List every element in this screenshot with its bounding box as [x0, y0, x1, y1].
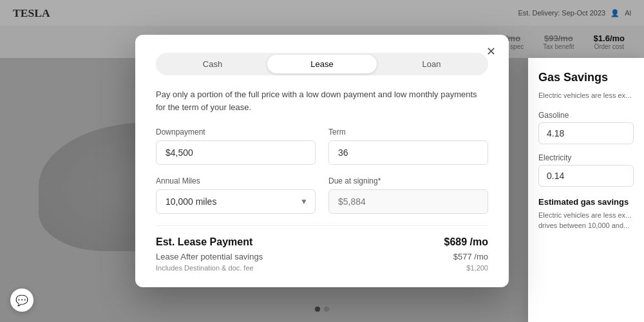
- tab-cash[interactable]: Cash: [158, 55, 267, 73]
- annual-miles-label: Annual Miles: [156, 176, 316, 185]
- includes-row: Includes Destination & doc. fee $1,200: [156, 264, 488, 272]
- lease-description: Pay only a portion of the full price wit…: [156, 88, 488, 113]
- est-payment-section: Est. Lease Payment $689 /mo Lease After …: [156, 225, 488, 272]
- form-row-1: Downpayment Term: [156, 128, 488, 165]
- includes-label: Includes Destination & doc. fee: [156, 264, 254, 272]
- gasoline-section: Gasoline 4.18: [538, 111, 634, 144]
- gasoline-label: Gasoline: [538, 111, 634, 120]
- gas-title: Gas Savings: [538, 71, 634, 84]
- est-payment-row: Est. Lease Payment $689 /mo: [156, 236, 488, 248]
- form-row-2: Annual Miles 10,000 miles 12,000 miles 1…: [156, 176, 488, 214]
- estimated-savings-desc: Electric vehicles are less ex... drives …: [538, 211, 634, 231]
- due-signing-input[interactable]: [328, 189, 488, 214]
- gas-savings-panel: Gas Savings Electric vehicles are less e…: [528, 58, 644, 322]
- gas-subtitle: Electric vehicles are less ex...: [538, 91, 634, 100]
- tab-lease[interactable]: Lease: [267, 55, 377, 73]
- electricity-value: 0.14: [538, 165, 634, 187]
- term-label: Term: [328, 128, 488, 137]
- due-signing-group: Due at signing*: [328, 176, 488, 214]
- electricity-section: Electricity 0.14: [538, 153, 634, 187]
- annual-miles-select-wrapper: 10,000 miles 12,000 miles 15,000 miles ▼: [156, 189, 316, 214]
- lease-modal: ✕ Cash Lease Loan Pay only a portion of …: [135, 35, 509, 287]
- est-payment-label: Est. Lease Payment: [156, 236, 252, 248]
- savings-row: Lease After potential savings $577 /mo: [156, 252, 488, 261]
- due-signing-label: Due at signing*: [328, 176, 488, 185]
- est-payment-value: $689 /mo: [444, 236, 488, 248]
- term-input[interactable]: [328, 140, 488, 165]
- downpayment-input[interactable]: [156, 140, 316, 165]
- downpayment-label: Downpayment: [156, 128, 316, 137]
- chat-button[interactable]: 💬: [10, 289, 33, 312]
- savings-label: Lease After potential savings: [156, 252, 263, 261]
- gasoline-value: 4.18: [538, 122, 634, 144]
- annual-miles-select[interactable]: 10,000 miles 12,000 miles 15,000 miles: [156, 189, 316, 214]
- estimated-savings-label: Estimated gas savings: [538, 197, 634, 207]
- downpayment-group: Downpayment: [156, 128, 316, 165]
- term-group: Term: [328, 128, 488, 165]
- includes-value: $1,200: [466, 264, 488, 272]
- electricity-label: Electricity: [538, 153, 634, 162]
- annual-miles-group: Annual Miles 10,000 miles 12,000 miles 1…: [156, 176, 316, 214]
- savings-value: $577 /mo: [453, 252, 488, 261]
- payment-tab-bar: Cash Lease Loan: [156, 53, 488, 75]
- close-button[interactable]: ✕: [483, 44, 498, 59]
- tab-loan[interactable]: Loan: [377, 55, 486, 73]
